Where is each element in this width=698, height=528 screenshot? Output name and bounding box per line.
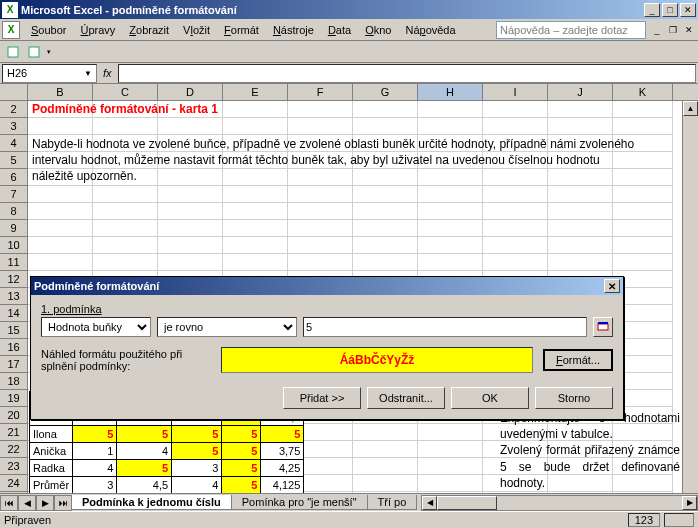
cell-F7[interactable] <box>288 186 353 203</box>
cell-E2[interactable] <box>223 101 288 118</box>
row-header-17[interactable]: 17 <box>0 356 28 373</box>
scroll-left-icon[interactable]: ◀ <box>422 496 437 510</box>
cell-K9[interactable] <box>613 220 673 237</box>
cell-F10[interactable] <box>288 237 353 254</box>
cell-J8[interactable] <box>548 203 613 220</box>
row-header-21[interactable]: 21 <box>0 424 28 441</box>
remove-condition-button[interactable]: Odstranit... <box>367 387 445 409</box>
cell-I8[interactable] <box>483 203 548 220</box>
name-box-dropdown-icon[interactable]: ▼ <box>84 69 92 78</box>
col-header-F[interactable]: F <box>288 84 353 100</box>
cell-G10[interactable] <box>353 237 418 254</box>
mdi-restore[interactable]: ❐ <box>666 23 680 37</box>
cell-G2[interactable] <box>353 101 418 118</box>
cell-C11[interactable] <box>93 254 158 271</box>
row-header-6[interactable]: 6 <box>0 169 28 186</box>
cell-H8[interactable] <box>418 203 483 220</box>
cell-C8[interactable] <box>93 203 158 220</box>
cell-H21[interactable] <box>418 424 483 441</box>
cell-D3[interactable] <box>158 118 223 135</box>
cell-B9[interactable] <box>28 220 93 237</box>
cell-G24[interactable] <box>353 475 418 492</box>
row-header-24[interactable]: 24 <box>0 475 28 492</box>
tab-nav-first[interactable]: ⏮ <box>0 495 18 511</box>
tab-nav-next[interactable]: ▶ <box>36 495 54 511</box>
menu-okno[interactable]: Okno <box>358 22 398 38</box>
cell-K2[interactable] <box>613 101 673 118</box>
cell-B11[interactable] <box>28 254 93 271</box>
cell-H10[interactable] <box>418 237 483 254</box>
row-header-15[interactable]: 15 <box>0 322 28 339</box>
cell-G23[interactable] <box>353 458 418 475</box>
scroll-right-icon[interactable]: ▶ <box>682 496 697 510</box>
col-header-I[interactable]: I <box>483 84 548 100</box>
vertical-scrollbar[interactable]: ▲ ▼ <box>682 101 698 524</box>
maximize-button[interactable]: □ <box>662 3 678 17</box>
close-button[interactable]: ✕ <box>680 3 696 17</box>
cell-C9[interactable] <box>93 220 158 237</box>
cell-K8[interactable] <box>613 203 673 220</box>
select-all-corner[interactable] <box>0 84 28 100</box>
cell-F3[interactable] <box>288 118 353 135</box>
menu-soubor[interactable]: Soubor <box>24 22 73 38</box>
cell-E10[interactable] <box>223 237 288 254</box>
cell-E9[interactable] <box>223 220 288 237</box>
minimize-button[interactable]: _ <box>644 3 660 17</box>
row-header-7[interactable]: 7 <box>0 186 28 203</box>
menu-data[interactable]: Data <box>321 22 358 38</box>
menu-nastroje[interactable]: Nástroje <box>266 22 321 38</box>
cell-B10[interactable] <box>28 237 93 254</box>
cell-D9[interactable] <box>158 220 223 237</box>
cell-H24[interactable] <box>418 475 483 492</box>
row-header-10[interactable]: 10 <box>0 237 28 254</box>
cell-G21[interactable] <box>353 424 418 441</box>
condition-type-select[interactable]: Hodnota buňky <box>41 317 151 337</box>
cell-G8[interactable] <box>353 203 418 220</box>
cell-C10[interactable] <box>93 237 158 254</box>
cell-F8[interactable] <box>288 203 353 220</box>
row-header-23[interactable]: 23 <box>0 458 28 475</box>
menu-zobrazit[interactable]: Zobrazit <box>122 22 176 38</box>
cell-H9[interactable] <box>418 220 483 237</box>
fx-label[interactable]: fx <box>103 67 112 79</box>
tab-nav-last[interactable]: ⏭ <box>54 495 72 511</box>
cell-I9[interactable] <box>483 220 548 237</box>
row-header-20[interactable]: 20 <box>0 407 28 424</box>
toolbar-overflow-icon[interactable]: ▾ <box>47 48 51 56</box>
row-header-18[interactable]: 18 <box>0 373 28 390</box>
col-header-G[interactable]: G <box>353 84 418 100</box>
cell-H2[interactable] <box>418 101 483 118</box>
menu-napoveda[interactable]: Nápověda <box>398 22 462 38</box>
col-header-H[interactable]: H <box>418 84 483 100</box>
cell-E7[interactable] <box>223 186 288 203</box>
cell-J10[interactable] <box>548 237 613 254</box>
cell-D7[interactable] <box>158 186 223 203</box>
row-header-13[interactable]: 13 <box>0 288 28 305</box>
cell-H23[interactable] <box>418 458 483 475</box>
cell-J9[interactable] <box>548 220 613 237</box>
cancel-button[interactable]: Storno <box>535 387 613 409</box>
menu-vlozit[interactable]: Vložit <box>176 22 217 38</box>
cell-E3[interactable] <box>223 118 288 135</box>
tab-nav-prev[interactable]: ◀ <box>18 495 36 511</box>
row-header-19[interactable]: 19 <box>0 390 28 407</box>
scroll-up-icon[interactable]: ▲ <box>683 101 698 116</box>
cell-E11[interactable] <box>223 254 288 271</box>
menu-upravy[interactable]: Úpravy <box>73 22 122 38</box>
cell-J11[interactable] <box>548 254 613 271</box>
cell-F11[interactable] <box>288 254 353 271</box>
cell-I3[interactable] <box>483 118 548 135</box>
row-header-22[interactable]: 22 <box>0 441 28 458</box>
cell-H22[interactable] <box>418 441 483 458</box>
cell-G22[interactable] <box>353 441 418 458</box>
condition-operator-select[interactable]: je rovno <box>157 317 297 337</box>
dialog-close-button[interactable]: ✕ <box>604 279 620 293</box>
cell-J2[interactable] <box>548 101 613 118</box>
cell-F2[interactable] <box>288 101 353 118</box>
sheet-tab-active[interactable]: Podmínka k jednomu číslu <box>71 495 232 510</box>
cell-D11[interactable] <box>158 254 223 271</box>
cell-K7[interactable] <box>613 186 673 203</box>
cell-I2[interactable] <box>483 101 548 118</box>
row-header-4[interactable]: 4 <box>0 135 28 152</box>
col-header-C[interactable]: C <box>93 84 158 100</box>
